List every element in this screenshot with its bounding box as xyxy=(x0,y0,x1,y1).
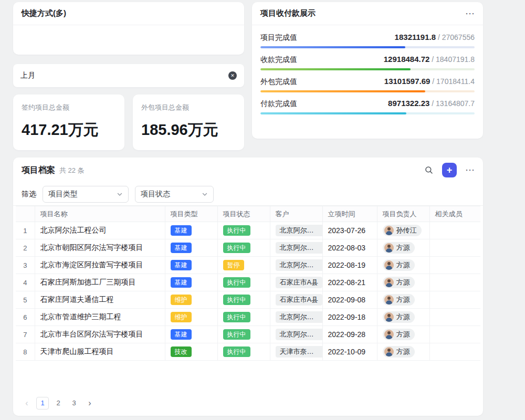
project-name-cell[interactable]: 北京市海淀区阿拉蕾写字楼项目 xyxy=(35,257,165,274)
progress-row: 付款完成值 8971322.23 / 13164807.7 xyxy=(260,99,475,114)
progress-row: 外包完成值 13101597.69 / 17018411.4 xyxy=(260,77,475,92)
shortcuts-card-title: 快捷方式(多) xyxy=(22,8,66,18)
avatar xyxy=(384,260,394,270)
table-row[interactable]: 4 石家庄阿斯加德工厂三期项目 基建 执行中 石家庄市A县 2022-08-21… xyxy=(16,274,480,291)
table-row[interactable]: 2 北京市朝阳区阿尔法写字楼项目 基建 执行中 北京阿尔法工程公司 2022-0… xyxy=(16,239,480,257)
progress-track xyxy=(260,68,475,70)
project-status-tag: 执行中 xyxy=(223,225,250,236)
pagination-prev-icon[interactable]: ‹ xyxy=(20,397,33,410)
avatar xyxy=(384,295,394,304)
table-row[interactable]: 6 北京市管道维护三期工程 维护 执行中 北京阿尔法工程公司 2022-09-1… xyxy=(16,309,480,326)
project-status-tag: 执行中 xyxy=(223,243,250,253)
owner-name: 方源 xyxy=(396,330,410,339)
column-header-date[interactable]: 立项时间 xyxy=(322,206,377,222)
customer-pill: 石家庄市A县 xyxy=(276,294,323,306)
project-name-cell[interactable]: 北京市丰台区阿尔法写字楼项目 xyxy=(35,326,165,343)
project-date-cell: 2022-09-28 xyxy=(322,326,377,343)
members-cell xyxy=(429,222,480,239)
table-row[interactable]: 1 北京阿尔法工程公司 基建 执行中 北京阿尔法工程公司 2023-07-26 … xyxy=(16,222,480,239)
progress-label: 外包完成值 xyxy=(260,77,297,87)
progress-separator: / xyxy=(436,33,442,41)
progress-track xyxy=(260,46,475,48)
month-filter-select[interactable]: 上月 ✕ xyxy=(13,64,244,87)
more-icon[interactable]: ⋯ xyxy=(465,9,475,18)
row-index: 3 xyxy=(16,257,35,274)
progress-current: 8971322.23 xyxy=(388,99,429,108)
project-type-filter-select[interactable]: 项目类型 xyxy=(43,186,129,203)
members-cell xyxy=(429,291,480,309)
owner-chip: 方源 xyxy=(383,329,415,340)
project-date-cell: 2022-08-21 xyxy=(322,274,377,291)
project-name-cell[interactable]: 石家庄阿斯加德工厂三期项目 xyxy=(35,274,165,291)
project-status-filter-select[interactable]: 项目状态 xyxy=(135,186,214,203)
column-header-type[interactable]: 项目类型 xyxy=(165,206,217,222)
search-icon[interactable] xyxy=(424,165,434,175)
progress-total: 27067556 xyxy=(442,33,475,41)
project-name-cell[interactable]: 北京阿尔法工程公司 xyxy=(35,222,165,239)
owner-chip: 方源 xyxy=(383,346,415,358)
progress-fill xyxy=(260,46,405,48)
column-header-owner[interactable]: 项目负责人 xyxy=(377,206,429,222)
table-card-title: 项目档案 xyxy=(22,165,55,176)
row-index: 2 xyxy=(16,239,35,257)
outsourced-amount-value: 185.96万元 xyxy=(141,120,236,141)
project-type-tag: 基建 xyxy=(171,329,192,340)
table-row[interactable]: 8 天津市爬山服工程项目 技改 执行中 天津市奈文摩尔 2022-10-09 方… xyxy=(16,343,480,361)
column-header-members[interactable]: 相关成员 xyxy=(429,206,480,222)
chevron-down-icon xyxy=(202,191,208,197)
owner-chip: 方源 xyxy=(383,277,415,288)
column-header-name[interactable]: 项目名称 xyxy=(35,206,165,222)
table-row[interactable]: 7 北京市丰台区阿尔法写字楼项目 基建 执行中 北京阿尔法工程公司 2022-0… xyxy=(16,326,480,343)
pagination-page-1[interactable]: 1 xyxy=(36,397,49,410)
progress-row: 项目完成值 18321191.8 / 27067556 xyxy=(260,33,475,48)
project-name-cell[interactable]: 石家庄阿道夫通信工程 xyxy=(35,291,165,309)
owner-name: 方源 xyxy=(396,347,410,356)
clear-filter-icon[interactable]: ✕ xyxy=(228,71,237,80)
owner-chip: 方源 xyxy=(383,259,415,271)
project-name-cell[interactable]: 天津市爬山服工程项目 xyxy=(35,343,165,361)
members-cell xyxy=(429,309,480,326)
owner-name: 方源 xyxy=(396,278,410,287)
column-header-status[interactable]: 项目状态 xyxy=(217,206,270,222)
payments-card-header: 项目收付款展示 ⋯ xyxy=(252,2,483,25)
project-status-tag: 执行中 xyxy=(223,312,250,322)
project-type-tag: 维护 xyxy=(171,295,192,305)
outsourced-amount-card: 外包项目总金额 185.96万元 xyxy=(133,94,244,150)
members-cell xyxy=(429,326,480,343)
pagination-page-3[interactable]: 3 xyxy=(68,397,80,410)
filter-row: 筛选 项目类型 项目状态 xyxy=(13,183,483,206)
signed-amount-card: 签约项目总金额 417.21万元 xyxy=(13,94,124,150)
record-count: 共 22 条 xyxy=(59,166,85,175)
project-name-cell[interactable]: 北京市朝阳区阿尔法写字楼项目 xyxy=(35,239,165,257)
progress-total: 18407191.8 xyxy=(436,55,475,64)
progress-track xyxy=(260,112,475,114)
customer-pill: 北京阿尔法工程公司 xyxy=(276,225,323,236)
progress-fill xyxy=(260,112,406,114)
project-type-tag: 基建 xyxy=(171,243,192,253)
project-date-cell: 2022-09-18 xyxy=(322,309,377,326)
project-type-tag: 基建 xyxy=(171,225,192,236)
progress-current: 12918484.72 xyxy=(384,55,430,64)
project-status-tag: 暂停 xyxy=(223,260,244,270)
members-cell xyxy=(429,343,480,361)
projects-table: 项目名称 项目类型 项目状态 客户 立项时间 项目负责人 相关成员 1 北京阿尔… xyxy=(16,206,480,361)
pagination-next-icon[interactable]: › xyxy=(83,397,96,410)
owner-chip: 方源 xyxy=(383,294,415,306)
project-type-tag: 基建 xyxy=(171,277,192,288)
progress-label: 项目完成值 xyxy=(260,33,297,43)
project-name-cell[interactable]: 北京市管道维护三期工程 xyxy=(35,309,165,326)
project-status-tag: 执行中 xyxy=(223,277,250,288)
progress-fill xyxy=(260,90,425,92)
column-header-index xyxy=(16,206,35,222)
column-header-customer[interactable]: 客户 xyxy=(270,206,322,222)
add-record-button[interactable]: + xyxy=(442,163,457,177)
payments-card: 项目收付款展示 ⋯ 项目完成值 18321191.8 / 27067556 收款… xyxy=(252,2,483,139)
table-row[interactable]: 3 北京市海淀区阿拉蕾写字楼项目 基建 暂停 北京阿尔法工程公司 2022-08… xyxy=(16,257,480,274)
customer-pill: 北京阿尔法工程公司 xyxy=(276,259,323,271)
table-row[interactable]: 5 石家庄阿道夫通信工程 维护 执行中 石家庄市A县 2022-09-08 方源 xyxy=(16,291,480,309)
more-icon[interactable]: ⋯ xyxy=(465,165,475,175)
project-date-cell: 2023-07-26 xyxy=(322,222,377,239)
signed-amount-value: 417.21万元 xyxy=(22,120,116,141)
pagination-page-2[interactable]: 2 xyxy=(52,397,65,410)
shortcuts-card-header: 快捷方式(多) xyxy=(13,2,244,25)
